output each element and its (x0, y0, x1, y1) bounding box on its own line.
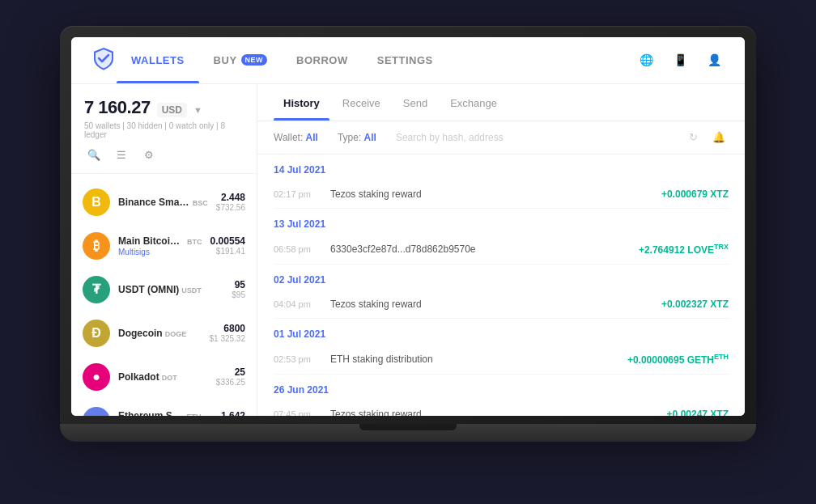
nav-buy[interactable]: BUY NEW (199, 37, 282, 84)
wallet-icon-4: ● (83, 363, 110, 391)
date-header: 01 Jul 2021 (274, 319, 729, 345)
date-header: 26 Jun 2021 (274, 375, 729, 400)
panel-filters: Wallet: All Type: All Search by hash, ad… (257, 121, 745, 155)
buy-badge: NEW (241, 54, 268, 66)
wallet-info-5: Ethereum Staking ETH Multisigs · Staking (118, 410, 202, 416)
top-nav: WALLETS BUY NEW BORROW SETTINGS (71, 37, 745, 84)
nav-wallets[interactable]: WALLETS (117, 37, 199, 84)
tab-exchange[interactable]: Exchange (440, 84, 507, 121)
bell-icon[interactable]: 🔔 (709, 128, 729, 147)
tx-time: 06:58 pm (274, 244, 330, 254)
wallet-icon-1: ₿ (83, 232, 110, 260)
wallet-item[interactable]: ⬨ Ethereum Staking ETH Multisigs · Staki… (71, 399, 257, 416)
filter-action-icons: ↻ 🔔 (683, 128, 729, 147)
history-list: 14 Jul 2021 02:17 pm Tezos staking rewar… (257, 155, 745, 416)
tab-send[interactable]: Send (393, 84, 437, 121)
search-icon[interactable]: 🔍 (84, 146, 104, 165)
nav-phone-icon[interactable]: 📱 (669, 49, 691, 71)
wallet-amounts-4: 25 $336.25 (216, 366, 245, 387)
wallet-icon-0: B (83, 188, 110, 216)
type-filter[interactable]: Type: All (338, 132, 376, 143)
refresh-icon[interactable]: ↻ (683, 128, 703, 147)
tx-amount: +0.002327 XTZ (661, 299, 729, 310)
wallet-icon-3: Ð (83, 320, 110, 347)
tx-desc: ETH staking distribution (330, 354, 627, 365)
wallet-info-1: Main Bitcoin Wallet BTC Multisigs (118, 235, 202, 256)
nav-user-icon[interactable]: 👤 (703, 49, 725, 71)
tx-desc: 6330e3cf2e87d...d78d862b9570e (330, 244, 639, 255)
tx-amount: +0.00000695 GETHETH (627, 353, 729, 366)
tx-amount: +0.00247 XTZ (667, 409, 729, 416)
tx-desc: Tezos staking reward (330, 188, 661, 200)
wallet-icon-5: ⬨ (83, 407, 110, 416)
right-panel: HistoryReceiveSendExchange Wallet: All T… (257, 84, 745, 416)
laptop-notch (359, 424, 457, 430)
currency-chevron[interactable]: ▼ (193, 105, 202, 115)
table-row[interactable]: 06:58 pm 6330e3cf2e87d...d78d862b9570e +… (274, 235, 729, 265)
tx-time: 02:17 pm (274, 189, 330, 199)
wallet-list: B Binance Smart Chain... BSC 2.448 $732.… (71, 174, 257, 416)
nav-globe-icon[interactable]: 🌐 (635, 49, 657, 71)
wallet-amounts-3: 6800 $1 325.32 (210, 323, 246, 343)
tx-amount: +2.764912 LOVETRX (639, 243, 729, 256)
wallet-amounts-2: 95 $95 (232, 279, 245, 299)
tx-amount: +0.000679 XTZ (661, 188, 729, 200)
nav-settings[interactable]: SETTINGS (363, 37, 448, 84)
tx-desc: Tezos staking reward (330, 409, 667, 416)
sidebar: 7 160.27 USD ▼ 50 wallets | 30 hidden | … (71, 84, 257, 416)
wallet-item[interactable]: Ð Dogecoin DOGE 6800 $1 325.32 (71, 311, 257, 355)
wallet-icon-2: ₮ (83, 276, 110, 303)
app-logo (91, 45, 117, 74)
wallet-item[interactable]: ₮ USDT (OMNI) USDT 95 $95 (71, 268, 257, 311)
date-header: 02 Jul 2021 (274, 265, 729, 290)
wallet-filter[interactable]: Wallet: All (274, 132, 318, 143)
sidebar-meta: 50 wallets | 30 hidden | 0 watch only | … (84, 121, 244, 139)
nav-borrow[interactable]: BORROW (282, 37, 363, 84)
settings-icon[interactable]: ⚙ (139, 146, 159, 165)
wallet-info-3: Dogecoin DOGE (118, 328, 202, 339)
tx-time: 02:53 pm (274, 354, 330, 364)
search-filter[interactable]: Search by hash, address (396, 132, 683, 143)
balance-currency: USD (157, 103, 187, 117)
nav-right: 🌐 📱 👤 (635, 49, 725, 71)
wallet-item[interactable]: B Binance Smart Chain... BSC 2.448 $732.… (71, 180, 257, 224)
main-content: 7 160.27 USD ▼ 50 wallets | 30 hidden | … (71, 84, 745, 416)
table-row[interactable]: 04:04 pm Tezos staking reward +0.002327 … (274, 290, 729, 319)
tx-time: 07:45 pm (274, 409, 330, 416)
wallet-item[interactable]: ₿ Main Bitcoin Wallet BTC Multisigs 0.00… (71, 224, 257, 268)
date-header: 14 Jul 2021 (274, 155, 729, 180)
wallet-amounts-5: 1.642 $3 559.51 (210, 410, 246, 416)
tx-time: 04:04 pm (274, 299, 330, 309)
table-row[interactable]: 02:53 pm ETH staking distribution +0.000… (274, 345, 729, 375)
tab-history[interactable]: History (274, 84, 329, 121)
wallet-item[interactable]: ● Polkadot DOT 25 $336.25 (71, 355, 257, 399)
laptop-base (60, 424, 756, 442)
tab-receive[interactable]: Receive (333, 84, 390, 121)
wallet-amounts-0: 2.448 $732.56 (216, 192, 245, 212)
wallet-info-2: USDT (OMNI) USDT (118, 284, 223, 295)
wallet-amounts-1: 0.00554 $191.41 (210, 235, 245, 256)
wallet-info-4: Polkadot DOT (118, 371, 208, 383)
sidebar-actions: 🔍 ☰ ⚙ (84, 146, 244, 165)
filter-icon[interactable]: ☰ (112, 146, 131, 165)
tx-desc: Tezos staking reward (330, 299, 661, 310)
wallet-info-0: Binance Smart Chain... BSC (118, 197, 208, 208)
sidebar-header: 7 160.27 USD ▼ 50 wallets | 30 hidden | … (71, 84, 257, 174)
table-row[interactable]: 02:17 pm Tezos staking reward +0.000679 … (274, 180, 729, 209)
date-header: 13 Jul 2021 (274, 209, 729, 235)
panel-tabs: HistoryReceiveSendExchange (257, 84, 745, 121)
total-balance: 7 160.27 (84, 97, 151, 118)
table-row[interactable]: 07:45 pm Tezos staking reward +0.00247 X… (274, 400, 729, 416)
sidebar-balance: 7 160.27 USD ▼ (84, 97, 244, 118)
nav-items: WALLETS BUY NEW BORROW SETTINGS (117, 37, 635, 84)
